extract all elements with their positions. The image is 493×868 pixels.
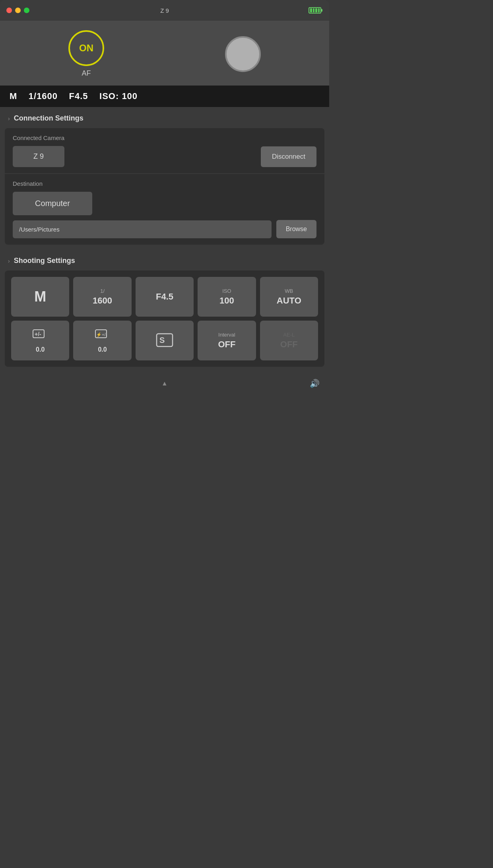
mode-button[interactable]: M	[11, 277, 69, 317]
window-title: Z 9	[160, 7, 169, 14]
camera-name-display: Z 9	[13, 146, 64, 167]
battery-bar-3	[315, 8, 317, 12]
path-row: Browse	[13, 220, 316, 238]
svg-text:S: S	[159, 336, 165, 344]
connection-chevron-icon: ›	[8, 115, 10, 122]
destination-label: Destination	[13, 180, 316, 187]
destination-button[interactable]: Computer	[13, 192, 92, 215]
iso-top: ISO	[222, 288, 231, 294]
path-input[interactable]	[13, 220, 272, 238]
exposure-comp-button[interactable]: +/- 0.0	[11, 321, 69, 360]
wb-value: AUTO	[277, 296, 301, 306]
af-button[interactable]: ON	[68, 30, 104, 66]
status-bar: M 1/1600 F4.5 ISO: 100	[0, 86, 329, 107]
interval-value: OFF	[218, 339, 235, 350]
connected-camera-row: Connected Camera Z 9 Disconnect	[5, 128, 324, 174]
iso-button[interactable]: ISO 100	[198, 277, 256, 317]
title-bar: Z 9	[0, 0, 329, 21]
svg-text:⚡+/-: ⚡+/-	[96, 332, 107, 337]
main-content: › Connection Settings Connected Camera Z…	[0, 107, 329, 367]
shutter-button[interactable]	[225, 36, 261, 72]
mode-display: M	[10, 91, 17, 101]
destination-row: Destination Computer Browse	[5, 174, 324, 245]
shooting-settings-title: Shooting Settings	[14, 257, 75, 265]
bottom-bar: ▲ 🔊	[0, 372, 329, 395]
exposure-comp-icon: +/-	[32, 328, 48, 344]
close-button[interactable]	[6, 8, 12, 13]
browse-button[interactable]: Browse	[276, 220, 316, 238]
shutter-value: 1600	[93, 296, 112, 306]
fullscreen-button[interactable]	[24, 8, 29, 13]
connection-settings-header[interactable]: › Connection Settings	[0, 107, 329, 128]
volume-icon[interactable]: 🔊	[310, 379, 320, 388]
wb-button[interactable]: WB AUTO	[260, 277, 318, 317]
iso-label: ISO:	[99, 91, 119, 101]
flash-comp-button[interactable]: ⚡+/- 0.0	[73, 321, 131, 360]
shutter-button-setting[interactable]: 1/ 1600	[73, 277, 131, 317]
svg-text:+/-: +/-	[35, 331, 41, 337]
ael-value: OFF	[280, 339, 298, 350]
wb-top: WB	[285, 288, 293, 294]
af-button-container: ON AF	[68, 30, 104, 78]
battery-body	[309, 7, 321, 14]
mode-value: M	[34, 288, 46, 305]
camera-controls: ON AF	[0, 21, 329, 86]
aperture-display: F4.5	[69, 91, 88, 101]
scroll-indicator: ▲	[161, 380, 168, 387]
shooting-chevron-icon: ›	[8, 258, 10, 264]
shooting-settings-grid: M 1/ 1600 F4.5 ISO 100 WB AUTO +/-	[5, 271, 324, 367]
interval-button[interactable]: Interval OFF	[198, 321, 256, 360]
interval-top: Interval	[218, 332, 235, 338]
scroll-arrow-icon: ▲	[161, 380, 168, 387]
connection-settings-title: Connection Settings	[14, 114, 83, 123]
shooting-settings-header[interactable]: › Shooting Settings	[0, 249, 329, 271]
ael-top: AE-L	[283, 332, 295, 338]
flash-comp-icon: ⚡+/-	[95, 328, 111, 344]
aperture-button[interactable]: F4.5	[136, 277, 194, 317]
style-icon: S	[156, 333, 173, 349]
style-button[interactable]: S	[136, 321, 194, 360]
af-label: AF	[82, 69, 91, 78]
battery-bar-4	[318, 8, 320, 12]
connected-camera-label: Connected Camera	[13, 134, 316, 141]
minimize-button[interactable]	[15, 8, 21, 13]
iso-display: 100	[122, 91, 138, 101]
battery-bar-1	[310, 8, 312, 12]
camera-controls-row: Z 9 Disconnect	[13, 146, 316, 167]
ael-button[interactable]: AE-L OFF	[260, 321, 318, 360]
iso-value: 100	[219, 296, 234, 306]
battery-bar-2	[313, 8, 315, 12]
shutter-top: 1/	[100, 288, 105, 294]
traffic-lights	[6, 8, 29, 13]
battery-indicator	[309, 7, 321, 14]
connection-settings-content: Connected Camera Z 9 Disconnect Destinat…	[5, 128, 324, 245]
exposure-comp-value: 0.0	[36, 346, 45, 353]
flash-comp-value: 0.0	[98, 346, 107, 353]
aperture-value: F4.5	[156, 292, 173, 302]
shutter-display: 1/1600	[29, 91, 58, 101]
disconnect-button[interactable]: Disconnect	[261, 146, 316, 167]
